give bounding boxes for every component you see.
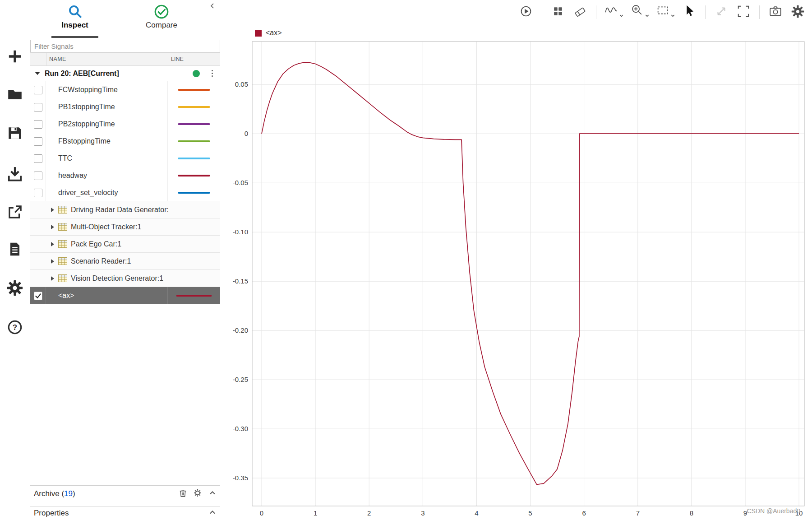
filter-signals-input[interactable] xyxy=(30,40,220,52)
signal-name[interactable]: FCWstoppingTime xyxy=(46,81,168,98)
column-header-name[interactable]: NAME xyxy=(46,53,168,65)
save-button[interactable] xyxy=(6,125,24,143)
camera-icon xyxy=(768,4,783,20)
signal-line-cell xyxy=(168,116,220,133)
report-button[interactable] xyxy=(6,241,24,259)
signal-line-swatch xyxy=(178,175,210,176)
signal-checkbox[interactable] xyxy=(34,137,42,146)
signal-checkbox-cell xyxy=(30,133,46,150)
signal-row[interactable]: TTC xyxy=(30,150,220,167)
group-expand-caret[interactable] xyxy=(51,276,54,281)
svg-text:-0.30: -0.30 xyxy=(233,425,248,432)
selected-signal-checkbox[interactable] xyxy=(34,292,42,300)
signal-row[interactable]: FCWstoppingTime xyxy=(30,81,220,98)
archive-delete-button[interactable] xyxy=(177,488,188,499)
trash-icon xyxy=(178,488,188,500)
group-name[interactable]: Pack Ego Car:1 xyxy=(71,240,121,248)
zoom-region-button[interactable] xyxy=(655,3,675,21)
run-menu-button[interactable] xyxy=(211,69,214,78)
signal-line-swatch xyxy=(178,158,210,159)
signal-checkbox[interactable] xyxy=(34,86,42,94)
signal-name[interactable]: headway xyxy=(46,167,168,184)
selected-signal-row[interactable]: <ax> xyxy=(30,287,220,304)
svg-text:1: 1 xyxy=(314,509,317,517)
export-button[interactable] xyxy=(6,204,24,222)
group-name[interactable]: Multi-Object Tracker:1 xyxy=(71,223,141,231)
signal-checkbox[interactable] xyxy=(34,120,42,129)
signal-row[interactable]: headway xyxy=(30,167,220,184)
cursor-arrow-icon xyxy=(682,4,697,20)
run-header-row[interactable]: Run 20: AEB[Current] xyxy=(30,66,220,81)
signal-name[interactable]: FBstoppingTime xyxy=(46,133,168,150)
signal-trace-button[interactable] xyxy=(604,3,624,21)
playback-button[interactable] xyxy=(518,4,534,20)
toolbar-separator xyxy=(759,5,760,19)
signal-name[interactable]: PB1stoppingTime xyxy=(46,98,168,116)
selected-signal-name[interactable]: <ax> xyxy=(46,287,168,304)
group-expand-caret[interactable] xyxy=(51,242,54,246)
clear-plots-button[interactable] xyxy=(572,4,588,20)
panel-tabs: Inspect Compare xyxy=(30,0,220,39)
column-header-line[interactable]: LINE xyxy=(168,53,220,65)
group-row[interactable]: Scenario Reader:1 xyxy=(30,253,220,270)
archive-section-header[interactable]: Archive (19) xyxy=(30,485,220,502)
archive-count: 19 xyxy=(64,489,73,498)
group-grid-icon xyxy=(58,240,67,248)
zoom-in-button[interactable] xyxy=(630,3,650,21)
gear-icon xyxy=(193,488,202,499)
layout-grid-button[interactable] xyxy=(550,4,566,20)
group-name[interactable]: Scenario Reader:1 xyxy=(71,257,131,265)
settings-button[interactable] xyxy=(6,280,24,298)
properties-collapse-button[interactable] xyxy=(207,508,218,519)
signal-name[interactable]: driver_set_velocity xyxy=(46,184,168,201)
fit-to-view-button[interactable] xyxy=(735,4,752,20)
group-name[interactable]: Driving Radar Data Generator: xyxy=(71,206,169,214)
chevron-up-icon xyxy=(208,508,217,518)
plot-area[interactable]: 0123456789100.050-0.05-0.10-0.15-0.20-0.… xyxy=(220,27,812,520)
toolbar-separator xyxy=(705,5,706,19)
run-expand-caret[interactable] xyxy=(35,72,40,75)
signal-checkbox[interactable] xyxy=(34,154,42,163)
signal-name[interactable]: PB2stoppingTime xyxy=(46,116,168,133)
signal-plot[interactable]: 0123456789100.050-0.05-0.10-0.15-0.20-0.… xyxy=(220,27,812,520)
group-name[interactable]: Vision Detection Generator:1 xyxy=(71,274,163,283)
signal-checkbox[interactable] xyxy=(34,172,42,180)
archive-collapse-button[interactable] xyxy=(207,488,218,499)
group-expand-caret[interactable] xyxy=(51,208,54,212)
help-button[interactable]: ? xyxy=(6,319,24,337)
group-grid-icon xyxy=(58,223,67,231)
group-expand-caret[interactable] xyxy=(51,259,54,264)
properties-label: Properties xyxy=(34,509,207,518)
pan-diagonal-button[interactable] xyxy=(713,4,729,20)
signal-row[interactable]: FBstoppingTime xyxy=(30,133,220,150)
archive-settings-button[interactable] xyxy=(192,488,203,499)
svg-text:?: ? xyxy=(13,323,17,332)
snapshot-button[interactable] xyxy=(767,4,784,20)
add-button[interactable] xyxy=(6,48,24,66)
signal-row[interactable]: PB1stoppingTime xyxy=(30,98,220,116)
signal-checkbox-cell xyxy=(30,287,46,304)
signal-checkbox[interactable] xyxy=(34,189,42,197)
collapse-panel-button[interactable] xyxy=(208,2,217,12)
tab-inspect[interactable]: Inspect xyxy=(41,2,109,38)
group-row[interactable]: Vision Detection Generator:1 xyxy=(30,270,220,287)
signal-row[interactable]: driver_set_velocity xyxy=(30,184,220,201)
import-button[interactable] xyxy=(6,167,24,185)
group-expand-caret[interactable] xyxy=(51,225,54,229)
signal-checkbox-cell xyxy=(30,81,46,98)
signal-line-swatch xyxy=(178,123,210,125)
open-button[interactable] xyxy=(6,87,24,105)
group-row[interactable]: Pack Ego Car:1 xyxy=(30,236,220,253)
properties-section-header[interactable]: Properties xyxy=(30,506,220,520)
chart-settings-button[interactable] xyxy=(789,4,806,20)
signal-row[interactable]: PB2stoppingTime xyxy=(30,116,220,133)
signal-name[interactable]: TTC xyxy=(46,150,168,167)
group-row[interactable]: Driving Radar Data Generator: xyxy=(30,201,220,218)
archive-label: Archive (19) xyxy=(34,489,177,498)
pointer-tool-button[interactable] xyxy=(681,4,697,20)
group-row[interactable]: Multi-Object Tracker:1 xyxy=(30,218,220,236)
signal-checkbox[interactable] xyxy=(34,103,42,111)
column-header-checkbox xyxy=(30,53,46,65)
chart-pane: <ax> 0123456789100.050-0.05-0.10-0.15-0.… xyxy=(220,0,812,520)
tab-compare[interactable]: Compare xyxy=(128,2,195,38)
